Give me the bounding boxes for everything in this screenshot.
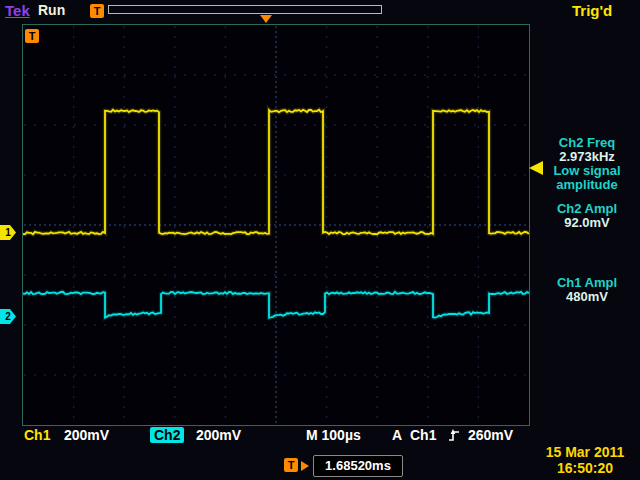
measurement-ch2-ampl: Ch2 Ampl 92.0mV (534, 202, 640, 230)
tek-logo: Tek (5, 2, 30, 19)
record-view-bar (108, 5, 382, 14)
trigger-status: Trig'd (572, 2, 612, 19)
ch1-scale-readout: 200mV (64, 427, 109, 443)
right-arrow-icon (301, 461, 309, 471)
trigger-position-arrow-icon (260, 15, 272, 23)
trigger-mode-label: A (392, 427, 402, 443)
oscilloscope-screen: Tek Run T Trig'd T 1 2 Ch2 Freq 2.973kHz… (0, 0, 640, 480)
ch2-label: Ch2 (150, 427, 184, 443)
trigger-level-readout: 260mV (468, 427, 513, 443)
measurement-value: 92.0mV (534, 216, 640, 230)
rising-edge-slope-icon (448, 428, 460, 443)
measurement-label: Ch1 Ampl (534, 276, 640, 290)
ch1-ground-marker: 1 (0, 225, 16, 240)
trigger-marker-icon: T (90, 4, 104, 18)
acquisition-status: Run (38, 2, 65, 18)
timebase-readout: M 100µs (306, 427, 361, 443)
measurement-ch1-ampl: Ch1 Ampl 480mV (534, 276, 640, 304)
ch2-ground-marker: 2 (0, 309, 16, 324)
ch1-label: Ch1 (24, 427, 50, 443)
measurement-label: Ch2 Freq (534, 136, 640, 150)
measurement-note: Low signal (534, 164, 640, 178)
time-readout: 16:50:20 (532, 460, 638, 476)
date-readout: 15 Mar 2011 (532, 444, 638, 460)
trigger-t-icon: T (25, 29, 39, 43)
horizontal-position-readout: 1.68520ms (313, 455, 403, 477)
ch2-scale-readout: 200mV (196, 427, 241, 443)
measurement-label: Ch2 Ampl (534, 202, 640, 216)
trigger-source-readout: Ch1 (410, 427, 436, 443)
measurement-value: 480mV (534, 290, 640, 304)
measurement-note: amplitude (534, 178, 640, 192)
measurement-value: 2.973kHz (534, 150, 640, 164)
status-bar: Ch1 200mV Ch2 200mV M 100µs A Ch1 260mV (0, 427, 640, 445)
graticule: T (22, 24, 530, 426)
measurements-panel: Ch2 Freq 2.973kHz Low signal amplitude C… (534, 136, 640, 304)
waveform-traces (23, 25, 529, 425)
horizontal-position-t-icon: T (284, 458, 298, 472)
measurement-ch2-freq: Ch2 Freq 2.973kHz Low signal amplitude (534, 136, 640, 192)
